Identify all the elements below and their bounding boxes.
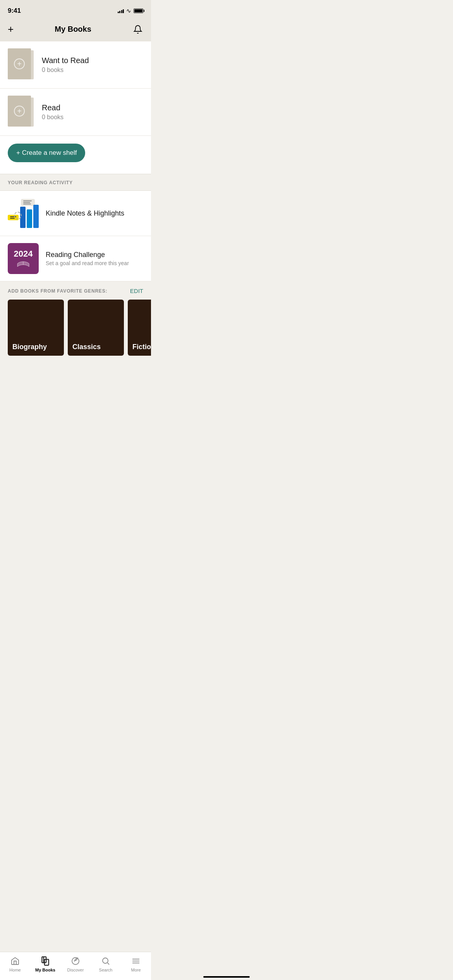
edit-genres-button[interactable]: EDIT: [130, 288, 143, 294]
shelf-cover-want-to-read: +: [8, 48, 35, 81]
reading-activity-divider: YOUR READING ACTIVITY: [0, 174, 151, 191]
reading-activity-label: YOUR READING ACTIVITY: [8, 180, 73, 185]
kindle-notes-item[interactable]: Kindle Notes & Highlights: [0, 191, 151, 236]
genre-name-biography: Biography: [12, 343, 47, 351]
notification-button[interactable]: [132, 24, 143, 35]
shelf-name: Want to Read: [42, 56, 143, 65]
shelves-list: + Want to Read 0 books + Read 0 books: [0, 41, 151, 174]
battery-icon: [134, 9, 143, 13]
shelf-name: Read: [42, 103, 143, 112]
shelf-cover-read: +: [8, 96, 35, 128]
shelf-count: 0 books: [42, 67, 143, 74]
kindle-notes-name: Kindle Notes & Highlights: [46, 209, 143, 218]
activity-list: Kindle Notes & Highlights 2024 Reading C…: [0, 191, 151, 281]
shelf-info-want-to-read: Want to Read 0 books: [42, 56, 143, 74]
shelf-plus-icon: +: [14, 106, 25, 117]
reading-challenge-icon: 2024: [8, 243, 39, 274]
genre-card-fiction[interactable]: Fiction: [128, 300, 151, 356]
reading-challenge-name: Reading Challenge: [46, 251, 143, 259]
create-shelf-section: + Create a new shelf: [0, 136, 151, 174]
add-button[interactable]: +: [8, 23, 14, 35]
genres-header: ADD BOOKS FROM FAVORITE GENRES: EDIT: [0, 288, 151, 300]
shelf-item-read[interactable]: + Read 0 books: [0, 89, 151, 136]
create-shelf-button[interactable]: + Create a new shelf: [8, 144, 85, 162]
shelf-item-want-to-read[interactable]: + Want to Read 0 books: [0, 41, 151, 89]
status-icons: ∿: [118, 7, 144, 14]
challenge-year: 2024: [14, 250, 33, 258]
status-bar: 9:41 ∿: [0, 0, 151, 19]
status-time: 9:41: [8, 7, 21, 15]
nav-header: + My Books: [0, 19, 151, 41]
genres-scroll: Biography Classics Fiction More: [0, 300, 151, 363]
reading-challenge-item[interactable]: 2024 Reading Challenge Set a goal and re…: [0, 236, 151, 281]
reading-challenge-subtitle: Set a goal and read more this year: [46, 260, 143, 266]
signal-icon: [118, 9, 124, 13]
genres-label: ADD BOOKS FROM FAVORITE GENRES:: [8, 288, 107, 294]
shelf-plus-icon: +: [14, 58, 25, 69]
reading-challenge-info: Reading Challenge Set a goal and read mo…: [46, 251, 143, 266]
genre-card-classics[interactable]: Classics: [68, 300, 124, 356]
genre-name-fiction: Fiction: [132, 343, 151, 351]
genre-name-classics: Classics: [72, 343, 101, 351]
kindle-notes-info: Kindle Notes & Highlights: [46, 209, 143, 218]
shelf-info-read: Read 0 books: [42, 103, 143, 121]
genre-card-biography[interactable]: Biography: [8, 300, 64, 356]
kindle-notes-icon: [8, 198, 39, 229]
wifi-icon: ∿: [126, 7, 131, 14]
page-title: My Books: [55, 25, 91, 34]
genres-section: ADD BOOKS FROM FAVORITE GENRES: EDIT Bio…: [0, 281, 151, 363]
shelf-count: 0 books: [42, 114, 143, 121]
